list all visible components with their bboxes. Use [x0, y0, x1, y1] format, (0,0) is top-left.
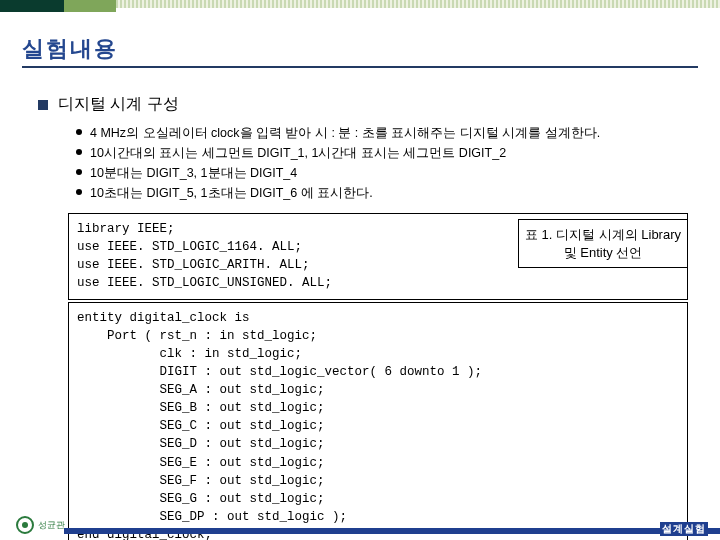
top-decor-stripe [116, 0, 720, 8]
top-decor-bar [0, 0, 720, 12]
list-item: 10시간대의 표시는 세그먼트 DIGIT_1, 1시간대 표시는 세그먼트 D… [76, 143, 696, 163]
list-item: 10초대는 DIGIT_5, 1초대는 DIGIT_6 에 표시한다. [76, 183, 696, 203]
disc-bullet-icon [76, 149, 82, 155]
code-area: library IEEE; use IEEE. STD_LOGIC_1164. … [68, 213, 696, 540]
footer-logo: 성균관 [16, 516, 65, 534]
list-item: 10분대는 DIGIT_3, 1분대는 DIGIT_4 [76, 163, 696, 183]
footer-right-label: 설계실험 [660, 522, 708, 536]
bullet-text: 10시간대의 표시는 세그먼트 DIGIT_1, 1시간대 표시는 세그먼트 D… [90, 143, 506, 163]
bullet-text: 4 MHz의 오실레이터 clock을 입력 받아 시 : 분 : 초를 표시해… [90, 123, 600, 143]
disc-bullet-icon [76, 169, 82, 175]
code-block-entity: entity digital_clock is Port ( rst_n : i… [68, 302, 688, 541]
bullet-list: 4 MHz의 오실레이터 clock을 입력 받아 시 : 분 : 초를 표시해… [76, 123, 696, 203]
list-item: 4 MHz의 오실레이터 clock을 입력 받아 시 : 분 : 초를 표시해… [76, 123, 696, 143]
disc-bullet-icon [76, 189, 82, 195]
content-area: 디지털 시계 구성 4 MHz의 오실레이터 clock을 입력 받아 시 : … [38, 94, 696, 540]
square-bullet-icon [38, 100, 48, 110]
footer: 설계실험 성균관 [0, 520, 720, 540]
table-caption-1: 표 1. 디지털 시계의 Library 및 Entity 선언 [518, 219, 688, 268]
logo-ring-icon [16, 516, 34, 534]
title-container: 실험내용 [22, 34, 698, 68]
top-decor-dark [0, 0, 64, 12]
bullet-text: 10초대는 DIGIT_5, 1초대는 DIGIT_6 에 표시한다. [90, 183, 373, 203]
logo-text: 성균관 [38, 521, 65, 530]
slide: 실험내용 디지털 시계 구성 4 MHz의 오실레이터 clock을 입력 받아… [0, 0, 720, 540]
page-title: 실험내용 [22, 34, 698, 64]
disc-bullet-icon [76, 129, 82, 135]
footer-bar [64, 528, 720, 534]
top-decor-green [64, 0, 116, 12]
section-heading: 디지털 시계 구성 [58, 94, 179, 115]
bullet-text: 10분대는 DIGIT_3, 1분대는 DIGIT_4 [90, 163, 297, 183]
section-heading-row: 디지털 시계 구성 [38, 94, 696, 115]
